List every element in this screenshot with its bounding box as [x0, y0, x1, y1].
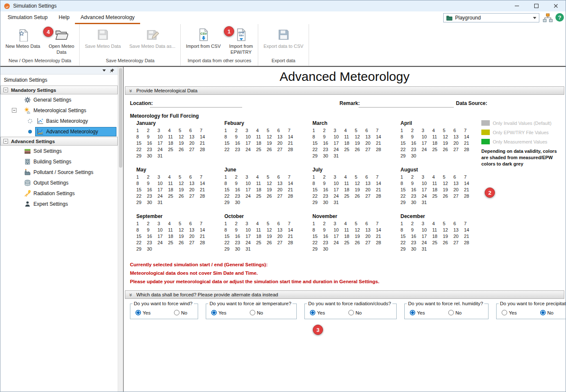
calendar-day[interactable]: 16 — [323, 140, 334, 146]
calendar-day[interactable]: 4 — [256, 174, 267, 180]
calendar-day[interactable]: 5 — [355, 221, 365, 227]
calendar-day[interactable]: 27 — [365, 146, 376, 153]
yes-radio-option[interactable]: Yes — [310, 310, 325, 315]
calendar-day[interactable]: 2 — [323, 221, 334, 227]
calendar-day[interactable]: 11 — [256, 227, 267, 233]
calendar-day[interactable]: 27 — [189, 193, 200, 199]
chevron-down-icon[interactable] — [102, 69, 106, 72]
radio-no[interactable] — [174, 310, 179, 315]
calendar-day[interactable]: 16 — [147, 187, 157, 193]
calendar-day[interactable]: 6 — [189, 174, 200, 180]
calendar-day[interactable]: 8 — [400, 180, 411, 187]
calendar-day[interactable]: 23 — [147, 193, 157, 199]
yes-radio-option[interactable]: Yes — [211, 310, 226, 315]
calendar-day[interactable]: 29 — [400, 246, 411, 252]
calendar-day[interactable]: 22 — [136, 193, 147, 199]
calendar-day[interactable]: 31 — [422, 246, 432, 252]
calendar-day[interactable]: 3 — [334, 127, 344, 134]
radio-no[interactable] — [540, 310, 546, 315]
calendar-day[interactable]: 31 — [157, 153, 168, 159]
calendar-day[interactable]: 25 — [168, 146, 179, 153]
calendar-day[interactable]: 9 — [323, 227, 334, 233]
calendar-day[interactable]: 28 — [200, 240, 210, 246]
calendar-day[interactable]: 24 — [157, 146, 168, 153]
calendar-day[interactable]: 19 — [179, 233, 189, 240]
calendar-day[interactable]: 6 — [365, 221, 376, 227]
calendar-day[interactable]: 17 — [422, 187, 432, 193]
calendar-day[interactable]: 12 — [355, 134, 365, 140]
calendar-day[interactable]: 15 — [400, 187, 411, 193]
calendar-day[interactable]: 18 — [432, 140, 443, 146]
calendar-day[interactable]: 27 — [277, 146, 288, 153]
calendar-day[interactable]: 11 — [432, 227, 443, 233]
calendar-day[interactable]: 8 — [400, 134, 411, 140]
calendar-day[interactable]: 17 — [157, 233, 168, 240]
calendar-day[interactable]: 5 — [355, 127, 365, 134]
calendar-day[interactable]: 18 — [256, 140, 267, 146]
calendar-day[interactable]: 17 — [157, 140, 168, 146]
calendar-day[interactable]: 2 — [323, 174, 334, 180]
calendar-day[interactable]: 7 — [288, 174, 298, 180]
calendar-day[interactable]: 26 — [355, 240, 365, 246]
calendar-day[interactable]: 26 — [355, 146, 365, 153]
calendar-day[interactable]: 8 — [136, 227, 147, 233]
calendar-day[interactable]: 9 — [147, 134, 157, 140]
calendar-day[interactable]: 20 — [277, 233, 288, 240]
calendar-day[interactable]: 16 — [235, 233, 246, 240]
calendar-day[interactable]: 25 — [432, 240, 443, 246]
calendar-day[interactable]: 14 — [200, 227, 210, 233]
calendar-day[interactable]: 26 — [443, 193, 453, 199]
tree-item-main[interactable]: Pollutant / Source Settings — [22, 168, 116, 177]
calendar-day[interactable]: 21 — [376, 187, 387, 193]
calendar-day[interactable]: 16 — [235, 187, 246, 193]
calendar-day[interactable]: 19 — [179, 140, 189, 146]
calendar-day[interactable]: 11 — [344, 227, 355, 233]
calendar-day[interactable]: 30 — [235, 199, 246, 206]
tree-item-main[interactable]: Meteorological Settings — [22, 106, 116, 115]
calendar-day[interactable]: 16 — [323, 187, 334, 193]
calendar-day[interactable]: 28 — [288, 146, 298, 153]
calendar-day[interactable]: 29 — [312, 153, 323, 159]
calendar-day[interactable]: 23 — [411, 193, 422, 199]
calendar-day[interactable]: 27 — [277, 193, 288, 199]
calendar-day[interactable]: 6 — [189, 221, 200, 227]
calendar-day[interactable]: 21 — [288, 140, 298, 146]
calendar-day[interactable]: 3 — [422, 127, 432, 134]
sidebar-item-building-settings[interactable]: Building Settings — [0, 156, 118, 167]
calendar-day[interactable]: 8 — [312, 227, 323, 233]
calendar-day[interactable]: 28 — [464, 193, 475, 199]
yes-radio-option[interactable]: Yes — [135, 310, 151, 315]
sidebar-item-basic-meteorology[interactable]: Basic Meteorology — [0, 116, 118, 126]
calendar-day[interactable]: 20 — [453, 140, 464, 146]
tree-item-main[interactable]: Radiation Settings — [22, 189, 116, 198]
sidebar-scrollbar[interactable] — [118, 67, 123, 392]
calendar-day[interactable]: 13 — [453, 134, 464, 140]
help-button[interactable]: ? — [555, 13, 564, 22]
calendar-day[interactable]: 25 — [168, 240, 179, 246]
calendar-day[interactable]: 1 — [224, 127, 235, 134]
calendar-day[interactable]: 22 — [136, 240, 147, 246]
tree-item-main[interactable]: Soil Settings — [22, 146, 116, 156]
calendar-day[interactable]: 15 — [312, 187, 323, 193]
calendar-day[interactable]: 12 — [179, 227, 189, 233]
calendar-day[interactable]: 19 — [355, 233, 365, 240]
calendar-day[interactable]: 2 — [411, 221, 422, 227]
radio-yes[interactable] — [502, 310, 507, 315]
calendar-day[interactable]: 25 — [432, 193, 443, 199]
calendar-day[interactable]: 29 — [312, 199, 323, 206]
calendar-day[interactable]: 9 — [235, 180, 246, 187]
calendar-day[interactable]: 2 — [235, 127, 246, 134]
calendar-day[interactable]: 5 — [443, 221, 453, 227]
no-radio-option[interactable]: No — [174, 310, 188, 315]
calendar-day[interactable]: 24 — [334, 193, 344, 199]
maximize-button[interactable] — [527, 0, 546, 11]
calendar-day[interactable]: 30 — [147, 153, 157, 159]
calendar-day[interactable]: 9 — [235, 134, 246, 140]
calendar-day[interactable]: 13 — [189, 134, 200, 140]
calendar-day[interactable]: 28 — [464, 240, 475, 246]
location-input[interactable] — [150, 100, 242, 108]
calendar-day[interactable]: 28 — [376, 193, 387, 199]
sidebar-item-pollutant-source-settings[interactable]: Pollutant / Source Settings — [0, 167, 118, 177]
calendar-day[interactable]: 8 — [136, 134, 147, 140]
calendar-day[interactable]: 5 — [179, 174, 189, 180]
